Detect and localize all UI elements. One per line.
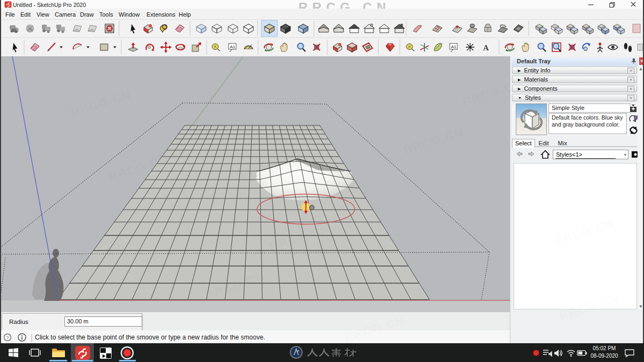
svg-text:A: A	[483, 43, 489, 52]
svg-text:?: ?	[6, 335, 9, 341]
svg-text:A1: A1	[451, 45, 457, 49]
svg-text:A1: A1	[230, 45, 236, 49]
